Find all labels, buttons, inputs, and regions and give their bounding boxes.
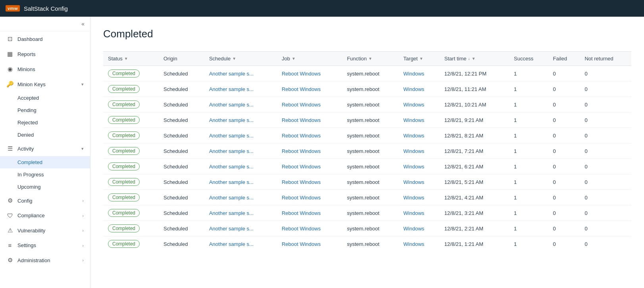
target-link[interactable]: Windows [404,102,425,108]
col-target[interactable]: Target ▼ [399,52,440,66]
col-schedule[interactable]: Schedule ▼ [204,52,277,66]
sidebar-item-config[interactable]: ⚙ Config › [0,193,90,208]
target-cell[interactable]: Windows [399,66,440,81]
sidebar-sub-item-upcoming[interactable]: Upcoming [0,181,90,193]
job-link[interactable]: Reboot Windows [282,102,321,108]
col-status[interactable]: Status ▼ [103,52,159,66]
col-job[interactable]: Job ▼ [277,52,342,66]
job-link[interactable]: Reboot Windows [282,133,321,139]
job-link[interactable]: Reboot Windows [282,226,321,232]
schedule-link[interactable]: Another sample s... [209,71,254,77]
sidebar-item-activity[interactable]: ☰ Activity ▾ [0,141,90,156]
schedule-link[interactable]: Another sample s... [209,148,254,154]
target-link[interactable]: Windows [404,210,425,216]
job-cell[interactable]: Reboot Windows [277,66,342,81]
job-link[interactable]: Reboot Windows [282,195,321,201]
sidebar-item-compliance[interactable]: 🛡 Compliance › [0,208,90,223]
col-function[interactable]: Function ▼ [342,52,398,66]
schedule-cell[interactable]: Another sample s... [204,190,277,205]
schedule-cell[interactable]: Another sample s... [204,174,277,190]
target-cell[interactable]: Windows [399,81,440,97]
job-cell[interactable]: Reboot Windows [277,128,342,143]
target-link[interactable]: Windows [404,241,425,247]
schedule-link[interactable]: Another sample s... [209,164,254,170]
job-cell[interactable]: Reboot Windows [277,81,342,97]
job-cell[interactable]: Reboot Windows [277,236,342,252]
schedule-cell[interactable]: Another sample s... [204,128,277,143]
target-cell[interactable]: Windows [399,143,440,159]
job-link[interactable]: Reboot Windows [282,179,321,185]
sidebar-item-administration[interactable]: ⚙ Administration › [0,253,90,268]
schedule-cell[interactable]: Another sample s... [204,236,277,252]
target-link[interactable]: Windows [404,195,425,201]
sidebar-sub-item-rejected[interactable]: Rejected [0,116,90,129]
target-link[interactable]: Windows [404,86,425,92]
job-cell[interactable]: Reboot Windows [277,97,342,112]
target-cell[interactable]: Windows [399,128,440,143]
target-cell[interactable]: Windows [399,97,440,112]
start-time-sort-icon[interactable]: ↓ [468,56,470,61]
job-cell[interactable]: Reboot Windows [277,205,342,221]
schedule-cell[interactable]: Another sample s... [204,112,277,128]
job-link[interactable]: Reboot Windows [282,117,321,123]
target-link[interactable]: Windows [404,226,425,232]
schedule-filter-icon[interactable]: ▼ [232,56,236,61]
target-cell[interactable]: Windows [399,236,440,252]
job-cell[interactable]: Reboot Windows [277,159,342,174]
job-link[interactable]: Reboot Windows [282,241,321,247]
sidebar-sub-item-accepted[interactable]: Accepted [0,92,90,104]
sidebar-item-minions[interactable]: ◉ Minions [0,62,90,77]
sidebar-item-reports[interactable]: ▦ Reports [0,46,90,62]
job-cell[interactable]: Reboot Windows [277,221,342,236]
target-cell[interactable]: Windows [399,159,440,174]
target-link[interactable]: Windows [404,164,425,170]
schedule-link[interactable]: Another sample s... [209,179,254,185]
schedule-cell[interactable]: Another sample s... [204,81,277,97]
schedule-cell[interactable]: Another sample s... [204,159,277,174]
schedule-link[interactable]: Another sample s... [209,133,254,139]
sidebar-item-settings[interactable]: ≡ Settings › [0,238,90,253]
target-link[interactable]: Windows [404,148,425,154]
schedule-link[interactable]: Another sample s... [209,195,254,201]
target-cell[interactable]: Windows [399,112,440,128]
target-link[interactable]: Windows [404,133,425,139]
target-cell[interactable]: Windows [399,174,440,190]
job-cell[interactable]: Reboot Windows [277,174,342,190]
status-filter-icon[interactable]: ▼ [124,56,128,61]
function-filter-icon[interactable]: ▼ [368,56,372,61]
job-cell[interactable]: Reboot Windows [277,143,342,159]
schedule-cell[interactable]: Another sample s... [204,221,277,236]
schedule-cell[interactable]: Another sample s... [204,97,277,112]
job-cell[interactable]: Reboot Windows [277,190,342,205]
sidebar-sub-item-completed[interactable]: Completed [0,156,90,168]
sidebar-item-dashboard[interactable]: ⊡ Dashboard [0,31,90,46]
col-start-time[interactable]: Start time ↓ ▼ [440,52,509,66]
sidebar-item-minion-keys[interactable]: 🔑 Minion Keys ▾ [0,77,90,92]
schedule-link[interactable]: Another sample s... [209,102,254,108]
target-link[interactable]: Windows [404,71,425,77]
schedule-link[interactable]: Another sample s... [209,226,254,232]
job-filter-icon[interactable]: ▼ [292,56,296,61]
target-link[interactable]: Windows [404,179,425,185]
schedule-link[interactable]: Another sample s... [209,86,254,92]
sidebar-sub-item-pending[interactable]: Pending [0,104,90,116]
target-link[interactable]: Windows [404,117,425,123]
target-cell[interactable]: Windows [399,190,440,205]
schedule-link[interactable]: Another sample s... [209,117,254,123]
sidebar-collapse-btn[interactable]: « [0,17,90,31]
sidebar-sub-item-denied[interactable]: Denied [0,129,90,141]
sidebar-sub-item-in-progress[interactable]: In Progress [0,168,90,181]
job-link[interactable]: Reboot Windows [282,210,321,216]
target-filter-icon[interactable]: ▼ [419,56,423,61]
job-cell[interactable]: Reboot Windows [277,112,342,128]
target-cell[interactable]: Windows [399,221,440,236]
sidebar-item-vulnerability[interactable]: ⚠ Vulnerability › [0,223,90,238]
job-link[interactable]: Reboot Windows [282,71,321,77]
job-link[interactable]: Reboot Windows [282,148,321,154]
start-time-filter-icon[interactable]: ▼ [471,56,475,61]
schedule-cell[interactable]: Another sample s... [204,66,277,81]
collapse-icon[interactable]: « [81,21,85,27]
job-link[interactable]: Reboot Windows [282,164,321,170]
schedule-link[interactable]: Another sample s... [209,241,254,247]
target-cell[interactable]: Windows [399,205,440,221]
